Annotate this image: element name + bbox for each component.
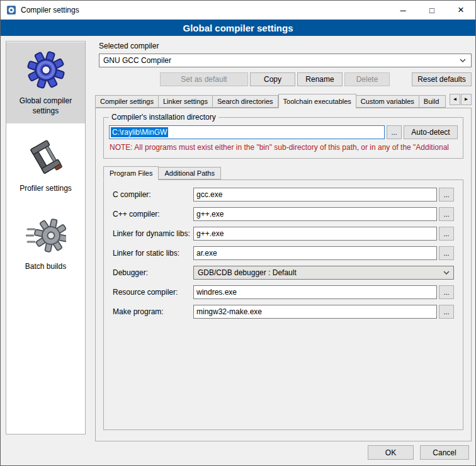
program-files-panel: C compiler: ... C++ compiler: ... Linker… — [103, 179, 463, 430]
tab-search-directories[interactable]: Search directories — [213, 95, 278, 108]
ok-button[interactable]: OK — [368, 445, 414, 460]
cpp-compiler-input[interactable] — [193, 207, 437, 221]
sidebar-item-global-compiler-settings[interactable]: Global compiler settings — [6, 42, 85, 123]
chevron-down-icon — [443, 271, 450, 275]
form-row-cpp-compiler: C++ compiler: ... — [113, 207, 454, 221]
toolchain-executables-panel: Compiler's installation directory C:\ray… — [95, 108, 472, 441]
tab-additional-paths[interactable]: Additional Paths — [159, 167, 221, 179]
resource-compiler-input[interactable] — [193, 285, 437, 299]
field-label: Linker for dynamic libs: — [113, 229, 193, 238]
window-controls: ─ □ × — [388, 1, 475, 20]
field-label: Debugger: — [113, 268, 193, 277]
page-title: Global compiler settings — [1, 20, 475, 36]
close-button[interactable]: × — [446, 1, 475, 20]
cancel-button[interactable]: Cancel — [420, 445, 469, 460]
tab-compiler-settings[interactable]: Compiler settings — [95, 95, 159, 108]
maximize-button[interactable]: □ — [417, 1, 446, 20]
sidebar-item-label: Batch builds — [9, 262, 82, 272]
program-files-tabstrip: Program Files Additional Paths — [103, 166, 471, 179]
field-label: Make program: — [113, 307, 193, 316]
dialog-footer: OK Cancel — [368, 445, 469, 460]
installation-directory-input[interactable]: C:\raylib\MinGW — [109, 125, 385, 139]
form-row-linker-dynamic: Linker for dynamic libs: ... — [113, 227, 454, 241]
browse-button[interactable]: ... — [439, 188, 454, 202]
linker-static-input[interactable] — [193, 246, 437, 260]
rename-button[interactable]: Rename — [297, 72, 343, 86]
sidebar: Global compiler settings Profiler settin… — [6, 41, 86, 435]
chevron-down-icon — [460, 59, 466, 62]
tab-custom-variables[interactable]: Custom variables — [356, 95, 419, 108]
sidebar-item-batch-builds[interactable]: Batch builds — [6, 208, 85, 280]
sidebar-item-label: Profiler settings — [9, 184, 82, 194]
compiler-settings-dialog: Compiler settings ─ □ × Global compiler … — [0, 0, 476, 466]
sidebar-item-profiler-settings[interactable]: Profiler settings — [6, 130, 85, 202]
copy-button[interactable]: Copy — [250, 72, 295, 86]
set-as-default-button[interactable]: Set as default — [160, 72, 248, 86]
form-row-resource-compiler: Resource compiler: ... — [113, 285, 454, 299]
main-tabstrip: Compiler settings Linker settings Search… — [95, 94, 472, 108]
profiler-clamp-icon — [9, 137, 82, 178]
batch-builds-gears-icon — [9, 215, 82, 256]
tab-scroll-left-button[interactable]: ◄ — [450, 94, 460, 105]
delete-button[interactable]: Delete — [344, 72, 390, 86]
tab-scroll-right-button[interactable]: ► — [461, 94, 472, 105]
browse-button[interactable]: ... — [439, 246, 454, 260]
tab-scroll-controls: ◄ ► — [450, 94, 472, 105]
debugger-value: GDB/CDB debugger : Default — [198, 268, 443, 277]
minimize-button[interactable]: ─ — [388, 1, 417, 20]
compiler-actions-row: Set as default Copy Rename Delete Reset … — [99, 72, 472, 86]
tab-program-files[interactable]: Program Files — [103, 166, 159, 180]
c-compiler-input[interactable] — [193, 188, 437, 202]
field-label: C compiler: — [113, 190, 193, 199]
debugger-select[interactable]: GDB/CDB debugger : Default — [193, 266, 454, 280]
window-title: Compiler settings — [21, 6, 79, 14]
bin-subdirectory-note: NOTE: All programs must exist either in … — [110, 143, 457, 152]
installation-directory-value: C:\raylib\MinGW — [111, 127, 168, 137]
tab-build-options[interactable]: Build — [419, 95, 446, 108]
linker-dynamic-input[interactable] — [193, 227, 437, 241]
app-icon — [6, 5, 16, 15]
titlebar: Compiler settings ─ □ × — [1, 1, 475, 20]
form-row-make-program: Make program: ... — [113, 305, 454, 319]
browse-button[interactable]: ... — [439, 305, 454, 319]
tab-toolchain-executables[interactable]: Toolchain executables — [278, 94, 356, 108]
selected-compiler-value: GNU GCC Compiler — [103, 56, 460, 65]
sidebar-item-label: Global compiler settings — [9, 96, 82, 116]
make-program-input[interactable] — [193, 305, 437, 319]
selected-compiler-select[interactable]: GNU GCC Compiler — [99, 54, 472, 67]
main-area: Selected compiler GNU GCC Compiler Set a… — [92, 36, 472, 443]
field-label: Linker for static libs: — [113, 249, 193, 258]
browse-button[interactable]: ... — [439, 207, 454, 221]
groupbox-title: Compiler's installation directory — [109, 113, 218, 122]
browse-button[interactable]: ... — [439, 285, 454, 299]
tab-linker-settings[interactable]: Linker settings — [159, 95, 213, 108]
form-row-linker-static: Linker for static libs: ... — [113, 246, 454, 260]
installation-directory-groupbox: Compiler's installation directory C:\ray… — [103, 117, 463, 159]
reset-defaults-button[interactable]: Reset defaults — [412, 72, 472, 86]
browse-button[interactable]: ... — [439, 227, 454, 241]
field-label: C++ compiler: — [113, 210, 193, 219]
auto-detect-button[interactable]: Auto-detect — [404, 125, 458, 139]
install-dir-browse-button[interactable]: ... — [387, 125, 402, 139]
form-row-debugger: Debugger: GDB/CDB debugger : Default — [113, 266, 454, 280]
form-row-c-compiler: C compiler: ... — [113, 188, 454, 202]
field-label: Resource compiler: — [113, 288, 193, 297]
global-compiler-gear-icon — [9, 50, 82, 90]
selected-compiler-label: Selected compiler — [99, 42, 472, 50]
